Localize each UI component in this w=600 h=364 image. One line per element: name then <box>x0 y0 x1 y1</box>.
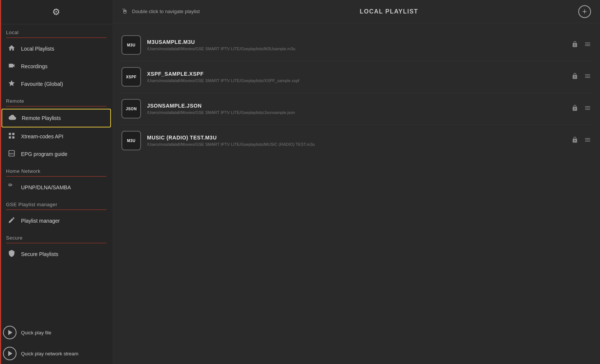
xtream-codes-label: Xtream-codes API <box>21 133 63 139</box>
grid-icon <box>8 132 16 141</box>
sidebar-item-local-playlists[interactable]: Local Playlists <box>2 40 111 57</box>
main-header: 🖱 Double click to navigate playlist LOCA… <box>112 0 600 23</box>
playlist-badge-music-radio: M3U <box>122 131 141 150</box>
playlist-path-music-radio: /Users/mostafalafi/Movies/GSE SMART IPTV… <box>147 142 566 147</box>
section-divider-secure <box>6 243 106 243</box>
playlist-actions-music-radio <box>572 136 591 145</box>
section-remote: Remote Remote Playlists Xtream-codes API… <box>0 93 112 163</box>
section-label-local: Local <box>0 24 112 37</box>
local-playlists-label: Local Playlists <box>21 46 54 52</box>
quick-play-file-label: Quick play file <box>21 330 51 336</box>
secure-playlists-label: Secure Playlists <box>21 251 58 257</box>
sidebar-item-favourite[interactable]: Favourite (Global) <box>2 75 111 93</box>
section-home-network: Home Network UPnP UPNP/DLNA/SAMBA <box>0 163 112 196</box>
playlist-item-music-radio[interactable]: M3U MUSIC (RADIO) TEST.M3U /Users/mostaf… <box>122 125 591 156</box>
sidebar-item-playlist-manager[interactable]: Playlist manager <box>2 212 111 229</box>
epg-label: EPG program guide <box>21 151 68 157</box>
playlist-list: M3U M3USAMPLE.M3U /Users/mostafalafi/Mov… <box>112 23 600 162</box>
section-label-home-network: Home Network <box>0 163 112 176</box>
section-secure: Secure Secure Playlists <box>0 230 112 263</box>
sidebar-item-secure-playlists[interactable]: Secure Playlists <box>2 246 111 263</box>
quick-play-file-item[interactable]: Quick play file <box>0 322 112 343</box>
playlist-name-music-radio: MUSIC (RADIO) TEST.M3U <box>147 135 566 141</box>
add-playlist-button[interactable]: + <box>578 5 591 18</box>
page-title: LOCAL PLAYLIST <box>200 8 578 15</box>
menu-icon-json-sample[interactable] <box>584 105 591 113</box>
lock-icon-xspf-sample[interactable] <box>572 73 578 81</box>
section-divider-gse <box>6 210 106 210</box>
main-content: 🖱 Double click to navigate playlist LOCA… <box>112 0 600 364</box>
star-icon <box>8 79 16 88</box>
quick-play-section: Quick play file Quick play network strea… <box>0 322 112 364</box>
play-triangle-file <box>8 330 12 335</box>
sidebar-item-epg[interactable]: EPG EPG program guide <box>2 145 111 163</box>
playlist-badge-json-sample: JSON <box>122 99 141 118</box>
header-hint: Double click to navigate playlist <box>132 9 200 14</box>
svg-text:EPG: EPG <box>9 153 14 155</box>
playlist-manager-label: Playlist manager <box>21 218 60 224</box>
sidebar-item-upnp[interactable]: UPnP UPNP/DLNA/SAMBA <box>2 179 111 196</box>
remote-playlists-label: Remote Playlists <box>22 115 61 121</box>
playlist-item-m3usample[interactable]: M3U M3USAMPLE.M3U /Users/mostafalafi/Mov… <box>122 29 591 61</box>
pencil-icon <box>8 216 16 225</box>
menu-icon-music-radio[interactable] <box>584 136 591 145</box>
sidebar-item-xtream-codes[interactable]: Xtream-codes API <box>2 128 111 145</box>
lock-icon-music-radio[interactable] <box>572 136 578 145</box>
playlist-name-json-sample: JSONSAMPLE.JSON <box>147 103 566 109</box>
playlist-path-xspf-sample: /Users/mostafalafi/Movies/GSE SMART IPTV… <box>147 78 566 83</box>
lock-icon-m3usample[interactable] <box>572 41 578 49</box>
playlist-name-xspf-sample: XSPF_SAMPLE.XSPF <box>147 71 566 77</box>
sidebar: ⚙ Local Local Playlists Recordings Favou… <box>0 0 112 364</box>
epg-icon: EPG <box>8 150 16 159</box>
quick-play-network-label: Quick play network stream <box>21 351 78 357</box>
section-label-remote: Remote <box>0 93 112 106</box>
playlist-name-m3usample: M3USAMPLE.M3U <box>147 39 566 45</box>
playlist-actions-xspf-sample <box>572 73 591 81</box>
svg-text:UPnP: UPnP <box>9 184 13 186</box>
settings-icon[interactable]: ⚙ <box>52 7 60 17</box>
sidebar-item-remote-playlists[interactable]: Remote Playlists <box>2 109 111 127</box>
playlist-badge-xspf-sample: XSPF <box>122 67 141 87</box>
play-circle-file <box>3 326 16 339</box>
house-icon <box>8 44 16 53</box>
playlist-path-m3usample: /Users/mostafalafi/Movies/GSE SMART IPTV… <box>147 46 566 51</box>
camera-icon <box>8 62 16 71</box>
section-divider-home-network <box>6 176 106 177</box>
playlist-item-xspf-sample[interactable]: XSPF XSPF_SAMPLE.XSPF /Users/mostafalafi… <box>122 61 591 93</box>
playlist-item-json-sample[interactable]: JSON JSONSAMPLE.JSON /Users/mostafalafi/… <box>122 93 591 125</box>
playlist-info-m3usample: M3USAMPLE.M3U /Users/mostafalafi/Movies/… <box>147 39 566 51</box>
menu-icon-m3usample[interactable] <box>584 41 591 49</box>
upnp-label: UPNP/DLNA/SAMBA <box>21 184 71 190</box>
lock-icon-json-sample[interactable] <box>572 105 578 113</box>
playlist-info-json-sample: JSONSAMPLE.JSON /Users/mostafalafi/Movie… <box>147 103 566 115</box>
favourite-label: Favourite (Global) <box>21 81 63 87</box>
menu-icon-xspf-sample[interactable] <box>584 73 591 81</box>
playlist-actions-json-sample <box>572 105 591 113</box>
section-gse-playlist-manager: GSE Playlist manager Playlist manager <box>0 196 112 230</box>
header-left: 🖱 Double click to navigate playlist <box>122 7 200 15</box>
sidebar-item-recordings[interactable]: Recordings <box>2 58 111 75</box>
section-divider-remote <box>6 106 106 106</box>
cloud-icon <box>8 114 16 123</box>
network-icon: UPnP <box>8 183 16 192</box>
recordings-label: Recordings <box>21 63 48 69</box>
mouse-icon: 🖱 <box>122 7 128 15</box>
section-divider-local <box>6 37 106 38</box>
playlist-info-xspf-sample: XSPF_SAMPLE.XSPF /Users/mostafalafi/Movi… <box>147 71 566 83</box>
section-local: Local Local Playlists Recordings Favouri… <box>0 24 112 93</box>
playlist-info-music-radio: MUSIC (RADIO) TEST.M3U /Users/mostafalaf… <box>147 135 566 147</box>
playlist-path-json-sample: /Users/mostafalafi/Movies/GSE SMART IPTV… <box>147 110 566 115</box>
section-label-secure: Secure <box>0 230 112 243</box>
red-accent-bar <box>0 0 1 364</box>
section-label-gse: GSE Playlist manager <box>0 196 112 210</box>
play-triangle-network <box>8 351 12 356</box>
shield-icon <box>8 250 16 259</box>
playlist-actions-m3usample <box>572 41 591 49</box>
quick-play-network-item[interactable]: Quick play network stream <box>0 343 112 364</box>
play-circle-network <box>3 347 16 360</box>
playlist-badge-m3usample: M3U <box>122 35 141 55</box>
sidebar-header: ⚙ <box>0 0 112 24</box>
